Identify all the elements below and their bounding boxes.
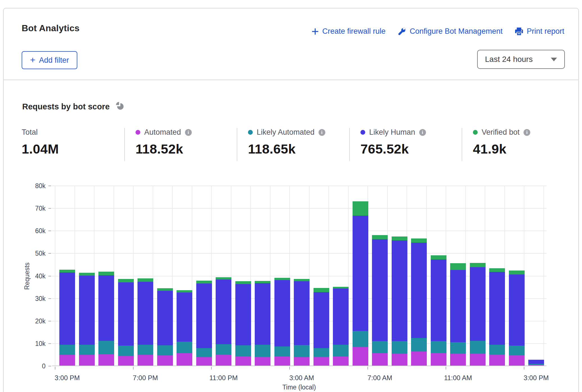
- bar-segment-likely-human[interactable]: [509, 274, 525, 345]
- bar-300pm[interactable]: [59, 270, 75, 366]
- bar-segment-likely-human[interactable]: [79, 276, 95, 344]
- bar-segment-verified-bot[interactable]: [489, 268, 505, 272]
- bar-segment-likely-automated[interactable]: [313, 348, 329, 357]
- bar-segment-automated[interactable]: [313, 357, 329, 366]
- bar-600pm[interactable]: [118, 279, 134, 366]
- bar-segment-verified-bot[interactable]: [313, 288, 329, 292]
- bar-800am[interactable]: [392, 236, 407, 366]
- bar-1200am[interactable]: [235, 281, 251, 366]
- bar-segment-automated[interactable]: [509, 355, 525, 366]
- bar-segment-verified-bot[interactable]: [196, 281, 212, 283]
- bar-200am[interactable]: [274, 278, 290, 366]
- bar-segment-likely-human[interactable]: [372, 239, 388, 341]
- print-report-link[interactable]: Print report: [515, 27, 564, 36]
- bar-segment-verified-bot[interactable]: [157, 288, 173, 291]
- bar-1000pm[interactable]: [196, 281, 212, 366]
- bar-1000am[interactable]: [431, 255, 446, 366]
- bar-900pm[interactable]: [177, 290, 192, 366]
- bar-segment-automated[interactable]: [470, 354, 486, 366]
- bar-segment-verified-bot[interactable]: [509, 271, 525, 274]
- bar-segment-likely-automated[interactable]: [353, 331, 368, 347]
- bar-segment-verified-bot[interactable]: [294, 279, 310, 281]
- bar-segment-automated[interactable]: [489, 355, 505, 366]
- bar-500am[interactable]: [333, 287, 349, 366]
- bar-segment-automated[interactable]: [333, 357, 349, 366]
- bar-segment-automated[interactable]: [353, 347, 368, 366]
- bar-900am[interactable]: [411, 238, 427, 366]
- bar-segment-likely-human[interactable]: [118, 282, 134, 345]
- bar-segment-likely-human[interactable]: [470, 267, 486, 341]
- bar-segment-automated[interactable]: [98, 354, 114, 366]
- info-icon[interactable]: i: [524, 129, 530, 136]
- bar-segment-automated[interactable]: [431, 353, 446, 366]
- bar-segment-likely-human[interactable]: [528, 360, 544, 364]
- bar-300am[interactable]: [294, 279, 310, 366]
- bar-segment-verified-bot[interactable]: [411, 238, 427, 242]
- bar-segment-likely-automated[interactable]: [489, 345, 505, 354]
- bar-segment-likely-automated[interactable]: [216, 344, 231, 355]
- bar-100am[interactable]: [255, 281, 270, 366]
- time-range-select[interactable]: Last 24 hours: [477, 50, 565, 69]
- bar-segment-verified-bot[interactable]: [450, 263, 466, 270]
- info-icon[interactable]: i: [185, 129, 192, 136]
- bar-800pm[interactable]: [157, 288, 173, 366]
- bar-segment-likely-human[interactable]: [411, 243, 427, 338]
- bar-segment-verified-bot[interactable]: [177, 290, 192, 292]
- bar-segment-likely-automated[interactable]: [509, 346, 525, 355]
- bar-segment-automated[interactable]: [294, 357, 310, 366]
- bar-700pm[interactable]: [137, 278, 153, 366]
- info-icon[interactable]: i: [319, 129, 325, 136]
- bar-segment-verified-bot[interactable]: [79, 273, 95, 276]
- bar-segment-verified-bot[interactable]: [274, 278, 290, 280]
- bar-segment-likely-automated[interactable]: [450, 342, 466, 353]
- bar-segment-automated[interactable]: [235, 356, 251, 366]
- bar-segment-automated[interactable]: [118, 356, 134, 366]
- bar-segment-likely-human[interactable]: [255, 283, 270, 345]
- bar-200pm[interactable]: [509, 271, 525, 366]
- bar-400pm[interactable]: [79, 273, 95, 366]
- bar-segment-likely-automated[interactable]: [294, 345, 310, 357]
- create-firewall-rule-link[interactable]: Create firewall rule: [312, 27, 385, 36]
- bar-1100am[interactable]: [450, 263, 466, 366]
- bar-segment-likely-human[interactable]: [235, 284, 251, 345]
- bar-400am[interactable]: [313, 288, 329, 366]
- bar-segment-likely-automated[interactable]: [196, 348, 212, 357]
- bar-segment-verified-bot[interactable]: [431, 255, 446, 260]
- bar-segment-likely-automated[interactable]: [333, 345, 349, 357]
- bar-1100pm[interactable]: [216, 277, 231, 366]
- bar-segment-automated[interactable]: [274, 357, 290, 366]
- bar-segment-likely-automated[interactable]: [177, 342, 192, 353]
- bar-segment-automated[interactable]: [157, 355, 173, 366]
- bar-segment-likely-automated[interactable]: [137, 345, 153, 355]
- bar-segment-automated[interactable]: [196, 357, 212, 366]
- bar-segment-automated[interactable]: [59, 355, 75, 366]
- bar-segment-likely-automated[interactable]: [470, 341, 486, 354]
- bar-300pm[interactable]: [528, 360, 544, 366]
- bar-segment-automated[interactable]: [79, 355, 95, 366]
- bar-segment-likely-human[interactable]: [431, 260, 446, 341]
- bar-segment-verified-bot[interactable]: [372, 235, 388, 239]
- bar-segment-likely-automated[interactable]: [255, 345, 270, 357]
- bar-segment-automated[interactable]: [216, 355, 231, 366]
- bar-700am[interactable]: [372, 235, 388, 366]
- bar-segment-verified-bot[interactable]: [235, 281, 251, 284]
- bar-segment-automated[interactable]: [372, 353, 388, 366]
- bar-segment-likely-human[interactable]: [274, 280, 290, 346]
- bar-segment-likely-automated[interactable]: [118, 346, 134, 356]
- bar-segment-automated[interactable]: [411, 352, 427, 366]
- bar-segment-likely-human[interactable]: [137, 282, 153, 345]
- bar-segment-likely-human[interactable]: [450, 270, 466, 342]
- bar-segment-verified-bot[interactable]: [216, 277, 231, 280]
- bar-segment-likely-automated[interactable]: [157, 345, 173, 355]
- bar-600am[interactable]: [353, 201, 368, 366]
- bar-segment-verified-bot[interactable]: [137, 278, 153, 282]
- bar-segment-likely-human[interactable]: [392, 240, 407, 341]
- bar-segment-likely-automated[interactable]: [98, 341, 114, 354]
- bar-segment-verified-bot[interactable]: [470, 263, 486, 267]
- bar-segment-likely-automated[interactable]: [235, 345, 251, 356]
- bar-segment-likely-human[interactable]: [313, 292, 329, 348]
- bar-segment-likely-human[interactable]: [98, 275, 114, 341]
- bar-segment-automated[interactable]: [177, 353, 192, 366]
- info-icon[interactable]: i: [419, 129, 426, 136]
- configure-bot-management-link[interactable]: Configure Bot Management: [398, 27, 502, 36]
